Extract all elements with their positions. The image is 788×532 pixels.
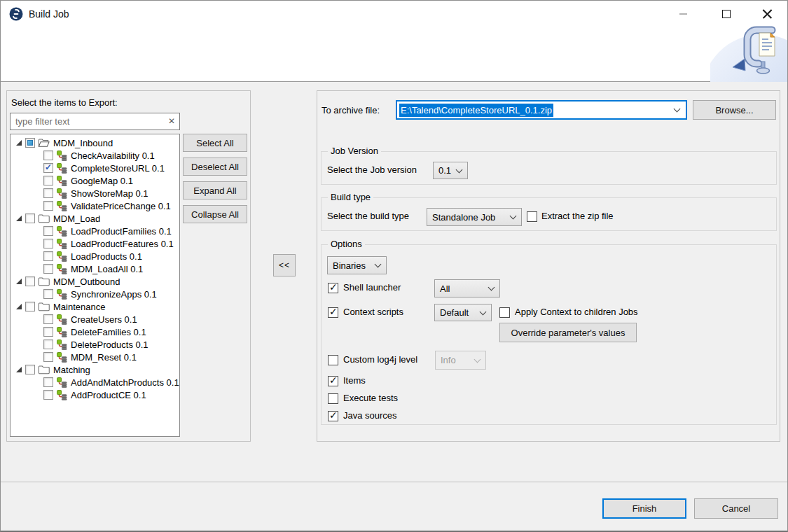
extract-zip-checkbox[interactable] (527, 211, 537, 222)
artifact-type-select[interactable]: Binaries (327, 256, 387, 274)
tree-row[interactable]: SynchronizeApps 0.1 (11, 288, 179, 300)
tree-row[interactable]: MDM_Outbound (11, 275, 179, 288)
tree-row[interactable]: ValidatePriceChange 0.1 (11, 200, 179, 212)
talend-app-icon (9, 7, 23, 21)
clear-filter-icon[interactable]: ✕ (168, 116, 175, 126)
expand-all-button[interactable]: Expand All (183, 181, 247, 200)
expand-twisty-icon[interactable] (16, 304, 22, 309)
open-folder-icon (38, 138, 50, 148)
tree-item-checkbox[interactable] (25, 302, 35, 312)
tree-item-checkbox[interactable] (25, 214, 35, 223)
tree-item-checkbox[interactable] (43, 163, 53, 173)
tree-item-checkbox[interactable] (25, 365, 35, 374)
select-all-button[interactable]: Select All (183, 134, 247, 152)
zip-clamp-icon (728, 22, 784, 78)
tree-row[interactable]: CompleteStoreURL 0.1 (11, 162, 179, 174)
export-tree[interactable]: MDM_InboundCheckAvailability 0.1Complete… (10, 134, 180, 437)
expand-twisty-icon[interactable] (16, 140, 22, 146)
collapse-panel-button[interactable]: << (273, 254, 296, 276)
tree-item-checkbox[interactable] (43, 340, 53, 349)
collapse-all-button[interactable]: Collapse All (183, 205, 247, 223)
wizard-banner-art (710, 22, 787, 82)
job-version-value: 0.1 (438, 165, 451, 176)
expand-twisty-icon[interactable] (16, 367, 22, 372)
tree-item-checkbox[interactable] (43, 264, 53, 274)
tree-item-label: CreateUsers 0.1 (71, 314, 137, 325)
tree-row[interactable]: AddAndMatchProducts 0.1 (11, 376, 179, 388)
tree-item-checkbox[interactable] (25, 276, 35, 286)
tree-item-checkbox[interactable] (43, 226, 53, 236)
job-version-select[interactable]: 0.1 (433, 162, 468, 179)
log4j-level-value: Info (441, 355, 456, 365)
java-sources-checkbox[interactable] (328, 411, 338, 421)
job-version-label: Select the Job version (327, 164, 417, 176)
tree-row[interactable]: LoadProducts 0.1 (11, 250, 179, 262)
tree-item-checkbox[interactable] (43, 390, 53, 400)
tree-item-label: MDM_LoadAll 0.1 (71, 264, 143, 274)
tree-row[interactable]: LoadProductFeatures 0.1 (11, 237, 179, 250)
tree-row[interactable]: MDM_Reset 0.1 (11, 351, 179, 363)
chevron-down-icon (375, 261, 382, 268)
tree-item-checkbox[interactable] (43, 377, 53, 387)
cancel-button[interactable]: Cancel (694, 498, 778, 519)
tree-row[interactable]: MDM_Load (11, 212, 179, 225)
job-icon (56, 238, 67, 249)
tree-row[interactable]: MDM_LoadAll 0.1 (11, 262, 179, 275)
shell-launcher-select[interactable]: All (434, 279, 500, 298)
tree-row[interactable]: ShowStoreMap 0.1 (11, 187, 179, 200)
tree-row[interactable]: MDM_Inbound (11, 136, 179, 149)
custom-log4j-checkbox[interactable] (328, 355, 338, 365)
tree-item-checkbox[interactable] (43, 352, 53, 362)
tree-item-checkbox[interactable] (43, 201, 53, 211)
tree-filter-input[interactable]: type filter text ✕ (10, 113, 180, 130)
tree-item-checkbox[interactable] (43, 289, 53, 299)
tree-row[interactable]: CheckAvailability 0.1 (11, 149, 179, 162)
apply-context-label: Apply Context to children Jobs (515, 307, 638, 318)
minimize-button[interactable] (672, 4, 694, 24)
minimize-icon (679, 13, 687, 15)
tree-item-label: MDM_Outbound (53, 276, 120, 287)
tree-action-buttons: Select AllDeselect AllExpand AllCollapse… (183, 134, 247, 223)
context-scripts-checkbox[interactable] (328, 307, 338, 318)
tree-row[interactable]: AddProductCE 0.1 (11, 388, 179, 401)
tree-item-checkbox[interactable] (43, 176, 53, 186)
job-icon (56, 225, 67, 237)
options-group: Options Binaries Shell launcher All Cont… (321, 244, 777, 425)
archive-file-combo[interactable]: E:\Talend\CompleteStoreURL_0.1.zip (396, 100, 687, 120)
tree-item-checkbox[interactable] (43, 239, 53, 248)
tree-item-checkbox[interactable] (43, 314, 53, 324)
tree-row[interactable]: CreateUsers 0.1 (11, 313, 179, 326)
tree-item-label: MDM_Reset 0.1 (71, 352, 137, 363)
artifact-type-value: Binaries (333, 260, 366, 271)
items-checkbox[interactable] (328, 376, 338, 386)
tree-item-checkbox[interactable] (43, 188, 53, 198)
context-scripts-select[interactable]: Default (434, 304, 492, 321)
deselect-all-button[interactable]: Deselect All (183, 158, 247, 176)
tree-row[interactable]: DeleteFamilies 0.1 (11, 326, 179, 338)
filter-placeholder-text: type filter text (15, 116, 69, 127)
apply-context-checkbox[interactable] (499, 307, 510, 318)
tree-item-checkbox[interactable] (25, 138, 35, 148)
override-parameters-button[interactable]: Override parameter's values (499, 323, 637, 342)
expand-twisty-icon[interactable] (16, 279, 22, 284)
tree-row[interactable]: DeleteProducts 0.1 (11, 338, 179, 351)
tree-item-checkbox[interactable] (43, 150, 53, 160)
shell-launcher-checkbox[interactable] (328, 283, 338, 293)
tree-row[interactable]: GoogleMap 0.1 (11, 174, 179, 187)
tree-item-label: LoadProductFeatures 0.1 (71, 239, 174, 249)
chevron-down-icon[interactable] (674, 106, 681, 113)
tree-row[interactable]: LoadProductFamilies 0.1 (11, 225, 179, 237)
shell-launcher-value: All (440, 284, 450, 294)
build-type-select[interactable]: Standalone Job (427, 208, 522, 226)
tree-item-checkbox[interactable] (43, 251, 53, 261)
tree-item-checkbox[interactable] (43, 327, 53, 337)
tree-item-label: DeleteProducts 0.1 (71, 340, 148, 350)
expand-twisty-icon[interactable] (16, 216, 22, 221)
closed-folder-icon (38, 214, 50, 223)
browse-button[interactable]: Browse... (693, 100, 776, 120)
execute-tests-checkbox[interactable] (328, 393, 338, 404)
tree-row[interactable]: Maintenance (11, 300, 179, 313)
finish-button[interactable]: Finish (602, 498, 686, 519)
export-items-panel: Select the items to Export: type filter … (6, 90, 251, 442)
tree-row[interactable]: Matching (11, 363, 179, 376)
